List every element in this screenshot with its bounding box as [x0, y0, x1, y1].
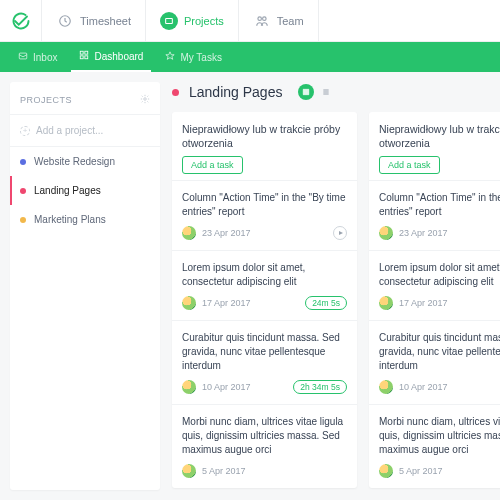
- task-date: 23 Apr 2017: [399, 228, 448, 238]
- column-title: Nieprawidłowy lub w trakcie próby otworz…: [379, 122, 500, 150]
- task-card[interactable]: Curabitur quis tincidunt massa. Sed grav…: [369, 320, 500, 404]
- sidebar-project[interactable]: Landing Pages: [10, 176, 160, 205]
- nav-label: Projects: [184, 15, 224, 27]
- task-date: 23 Apr 2017: [202, 228, 251, 238]
- sub-nav: Inbox Dashboard My Tasks: [0, 42, 500, 72]
- nav-label: Team: [277, 15, 304, 27]
- nav-team[interactable]: Team: [239, 0, 319, 41]
- svg-point-9: [144, 98, 147, 101]
- column-title: Nieprawidłowy lub w trakcie próby otworz…: [182, 122, 347, 150]
- add-task-button[interactable]: Add a task: [379, 156, 440, 174]
- nav-projects[interactable]: Projects: [146, 0, 239, 41]
- task-title: Curabitur quis tincidunt massa. Sed grav…: [182, 331, 347, 373]
- projects-sidebar: PROJECTS + Add a project... Website Rede…: [10, 82, 160, 490]
- time-pill[interactable]: 24m 5s: [305, 296, 347, 310]
- project-label: Landing Pages: [34, 185, 101, 196]
- avatar: [379, 380, 393, 394]
- project-color-dot: [20, 217, 26, 223]
- board-column: Nieprawidłowy lub w trakcie próby otworz…: [172, 112, 357, 488]
- nav-timesheet[interactable]: Timesheet: [42, 0, 146, 41]
- task-title: Morbi nunc diam, ultrices vitae ligula q…: [182, 415, 347, 457]
- page-title: Landing Pages: [189, 84, 282, 100]
- task-card[interactable]: Morbi nunc diam, ultrices vitae ligula q…: [369, 404, 500, 488]
- time-pill[interactable]: 2h 34m 5s: [293, 380, 347, 394]
- task-date: 10 Apr 2017: [202, 382, 251, 392]
- subnav-mytasks[interactable]: My Tasks: [157, 42, 230, 72]
- team-icon: [253, 12, 271, 30]
- task-card[interactable]: Lorem ipsum dolor sit amet, consectetur …: [369, 250, 500, 320]
- board-view-button[interactable]: [298, 84, 314, 100]
- star-icon: [165, 51, 175, 63]
- avatar: [182, 226, 196, 240]
- svg-rect-8: [85, 56, 88, 59]
- task-card[interactable]: Column "Action Time" in the "By time ent…: [172, 180, 357, 250]
- svg-point-3: [262, 16, 266, 20]
- project-color-dot: [20, 188, 26, 194]
- svg-rect-7: [81, 56, 84, 59]
- gear-icon[interactable]: [140, 94, 150, 106]
- svg-rect-6: [85, 51, 88, 54]
- view-toggle: [298, 84, 334, 100]
- add-project-placeholder: Add a project...: [36, 125, 103, 136]
- plus-icon: +: [20, 126, 30, 136]
- task-date: 5 Apr 2017: [399, 466, 443, 476]
- list-view-button[interactable]: [318, 84, 334, 100]
- nav-label: Timesheet: [80, 15, 131, 27]
- avatar: [379, 226, 393, 240]
- sidebar-project[interactable]: Marketing Plans: [10, 205, 160, 234]
- sidebar-project[interactable]: Website Redesign: [10, 147, 160, 176]
- page-color-dot: [172, 89, 179, 96]
- svg-point-2: [258, 16, 262, 20]
- subnav-inbox[interactable]: Inbox: [10, 42, 65, 72]
- task-title: Morbi nunc diam, ultrices vitae ligula q…: [379, 415, 500, 457]
- task-title: Lorem ipsum dolor sit amet, consectetur …: [379, 261, 500, 289]
- task-title: Column "Action Time" in the "By time ent…: [182, 191, 347, 219]
- task-title: Lorem ipsum dolor sit amet, consectetur …: [182, 261, 347, 289]
- avatar: [182, 380, 196, 394]
- svg-rect-1: [166, 18, 173, 23]
- inbox-icon: [18, 51, 28, 63]
- task-card[interactable]: Lorem ipsum dolor sit amet, consectetur …: [172, 250, 357, 320]
- avatar: [182, 296, 196, 310]
- add-project-input[interactable]: + Add a project...: [10, 115, 160, 147]
- play-icon[interactable]: [333, 226, 347, 240]
- avatar: [379, 464, 393, 478]
- add-task-button[interactable]: Add a task: [182, 156, 243, 174]
- subnav-label: My Tasks: [180, 52, 222, 63]
- task-date: 10 Apr 2017: [399, 382, 448, 392]
- subnav-label: Inbox: [33, 52, 57, 63]
- svg-rect-4: [19, 53, 27, 59]
- subnav-dashboard[interactable]: Dashboard: [71, 42, 151, 72]
- app-logo[interactable]: [0, 0, 42, 42]
- project-color-dot: [20, 159, 26, 165]
- svg-rect-5: [81, 51, 84, 54]
- task-card[interactable]: Column "Action Time" in the "By time ent…: [369, 180, 500, 250]
- task-title: Column "Action Time" in the "By time ent…: [379, 191, 500, 219]
- sidebar-heading: PROJECTS: [20, 95, 72, 105]
- folder-icon: [160, 12, 178, 30]
- main-content: Landing Pages Nieprawidłowy lub w trakci…: [170, 72, 500, 500]
- task-date: 5 Apr 2017: [202, 466, 246, 476]
- task-card[interactable]: Morbi nunc diam, ultrices vitae ligula q…: [172, 404, 357, 488]
- clock-icon: [56, 12, 74, 30]
- project-label: Website Redesign: [34, 156, 115, 167]
- task-date: 17 Apr 2017: [399, 298, 448, 308]
- top-nav: Timesheet Projects Team: [0, 0, 500, 42]
- task-title: Curabitur quis tincidunt massa. Sed grav…: [379, 331, 500, 373]
- subnav-label: Dashboard: [94, 51, 143, 62]
- task-date: 17 Apr 2017: [202, 298, 251, 308]
- dashboard-icon: [79, 50, 89, 62]
- avatar: [182, 464, 196, 478]
- avatar: [379, 296, 393, 310]
- board-column: Nieprawidłowy lub w trakcie próby otworz…: [369, 112, 500, 488]
- task-card[interactable]: Curabitur quis tincidunt massa. Sed grav…: [172, 320, 357, 404]
- project-label: Marketing Plans: [34, 214, 106, 225]
